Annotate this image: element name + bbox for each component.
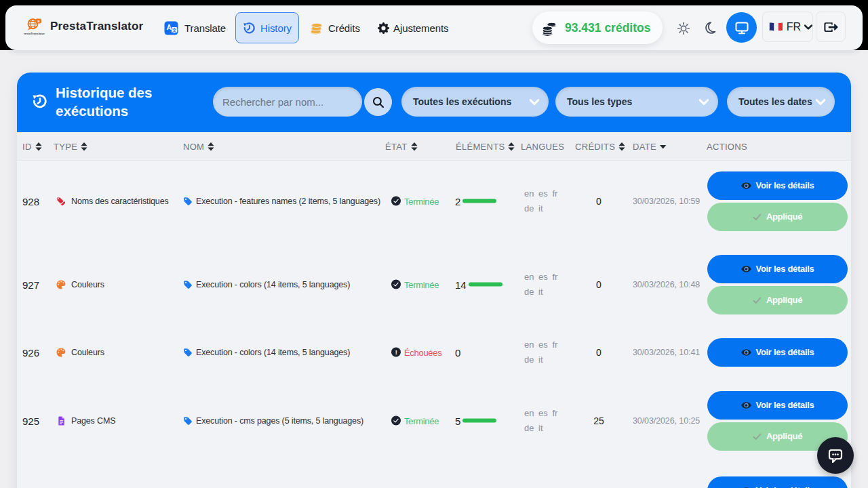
svg-text:文: 文 (172, 26, 177, 32)
svg-text:PrestaTranslator: PrestaTranslator (24, 32, 45, 35)
svg-text:A: A (167, 24, 172, 31)
